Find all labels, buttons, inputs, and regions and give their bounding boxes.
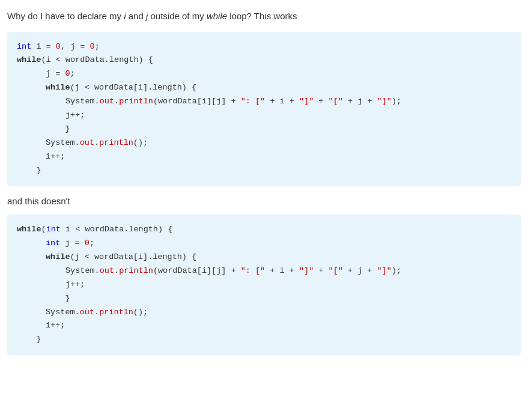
code-line-8: System.out.println(); <box>17 136 511 150</box>
code2-line-2: int j = 0; <box>17 237 511 251</box>
while-keyword: while <box>207 11 227 21</box>
code-line-1: int i = 0, j = 0; <box>17 40 511 54</box>
code2-line-6: } <box>17 292 511 306</box>
code2-line-8: i++; <box>17 319 511 333</box>
code2-line-3: while(j < wordData[i].length) { <box>17 251 511 264</box>
code-line-6: j++; <box>17 109 511 123</box>
j-variable: j <box>146 11 148 21</box>
code2-line-7: System.out.println(); <box>17 306 511 320</box>
code-line-4: while(j < wordData[i].length) { <box>17 81 511 95</box>
code-line-3: j = 0; <box>17 67 511 81</box>
code-line-2: while(i < wordData.length) { <box>17 53 511 67</box>
code-line-7: } <box>17 123 511 136</box>
code-line-5: System.out.println(wordData[i][j] + ": [… <box>17 95 511 109</box>
code-line-9: i++; <box>17 150 511 164</box>
code-block-1: int i = 0, j = 0; while(i < wordData.len… <box>7 32 521 186</box>
code2-line-9: } <box>17 333 511 347</box>
code-line-10: } <box>17 164 511 178</box>
between-text: and this doesn't <box>7 196 521 206</box>
i-variable: i <box>124 11 126 21</box>
question-text: Why do I have to declare my i and j outs… <box>7 10 521 23</box>
code2-line-4: System.out.println(wordData[i][j] + ": [… <box>17 264 511 278</box>
code2-line-1: while(int i < wordData.length) { <box>17 223 511 237</box>
code-block-2: while(int i < wordData.length) { int j =… <box>7 215 521 355</box>
code2-line-5: j++; <box>17 278 511 292</box>
